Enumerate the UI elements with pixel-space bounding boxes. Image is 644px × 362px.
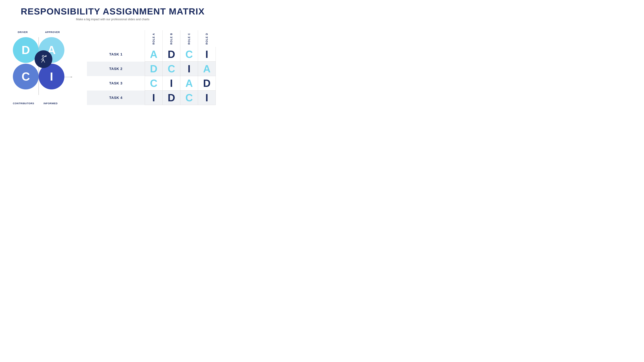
matrix-cell-4-1: I xyxy=(145,91,162,105)
task-label-4: TASK 4 xyxy=(87,91,145,105)
label-approver: APPROVER xyxy=(45,31,60,33)
task-label-1: TASK 1 xyxy=(87,47,145,62)
matrix-cell-1-3: C xyxy=(180,47,198,62)
matrix-cell-3-1: C xyxy=(145,76,162,91)
matrix-cell-2-3: I xyxy=(180,62,198,76)
matrix-cell-3-4: D xyxy=(198,76,216,91)
role-d-header: ROLE D xyxy=(198,30,216,47)
task-label-2: TASK 2 xyxy=(87,62,145,76)
center-icon-circle xyxy=(34,50,52,68)
matrix-corner-cell xyxy=(87,30,145,47)
task-row-4: TASK 4IDCI xyxy=(87,91,216,105)
main-content: DRIVER APPROVER D A C I xyxy=(10,29,216,106)
task-row-2: TASK 2DCIA xyxy=(87,62,216,76)
page-subtitle: Make a big impact with our professional … xyxy=(10,18,216,21)
matrix-section: ROLE A ROLE B ROLE C ROLE D TASK 1ADCITA… xyxy=(87,30,216,105)
page-header: RESPONSIBILITY ASSIGNMENT MATRIX Make a … xyxy=(10,6,216,21)
matrix-cell-2-1: D xyxy=(145,62,162,76)
matrix-cell-1-4: I xyxy=(198,47,216,62)
matrix-cell-2-4: A xyxy=(198,62,216,76)
svg-line-5 xyxy=(42,59,43,62)
matrix-body: TASK 1ADCITASK 2DCIATASK 3CIADTASK 4IDCI xyxy=(87,47,216,105)
task-row-3: TASK 3CIAD xyxy=(87,76,216,91)
matrix-cell-2-2: C xyxy=(162,62,180,76)
circles-group: D A C I xyxy=(13,37,74,95)
label-informed: INFORMED xyxy=(44,102,58,105)
matrix-cell-4-4: I xyxy=(198,91,216,105)
role-c-header: ROLE C xyxy=(180,30,198,47)
circle-contributors: C xyxy=(13,64,39,89)
matrix-cell-1-2: D xyxy=(162,47,180,62)
person-flag-icon xyxy=(39,54,48,64)
label-driver: DRIVER xyxy=(18,31,28,33)
matrix-cell-1-1: A xyxy=(145,47,162,62)
svg-line-7 xyxy=(41,58,43,59)
daci-diagram: DRIVER APPROVER D A C I xyxy=(10,29,77,106)
page-title: RESPONSIBILITY ASSIGNMENT MATRIX xyxy=(10,6,216,16)
role-b-header: ROLE B xyxy=(162,30,180,47)
matrix-cell-4-3: C xyxy=(180,91,198,105)
matrix-cell-4-2: D xyxy=(162,91,180,105)
matrix-table: ROLE A ROLE B ROLE C ROLE D TASK 1ADCITA… xyxy=(87,30,216,105)
matrix-cell-3-2: I xyxy=(162,76,180,91)
matrix-header-row: ROLE A ROLE B ROLE C ROLE D xyxy=(87,30,216,47)
label-contributors: CONTRIBUTORS xyxy=(13,102,34,105)
task-row-1: TASK 1ADCI xyxy=(87,47,216,62)
svg-marker-1 xyxy=(71,76,72,78)
svg-line-6 xyxy=(43,59,45,62)
matrix-cell-3-3: A xyxy=(180,76,198,91)
role-a-header: ROLE A xyxy=(145,30,162,47)
task-label-3: TASK 3 xyxy=(87,76,145,91)
